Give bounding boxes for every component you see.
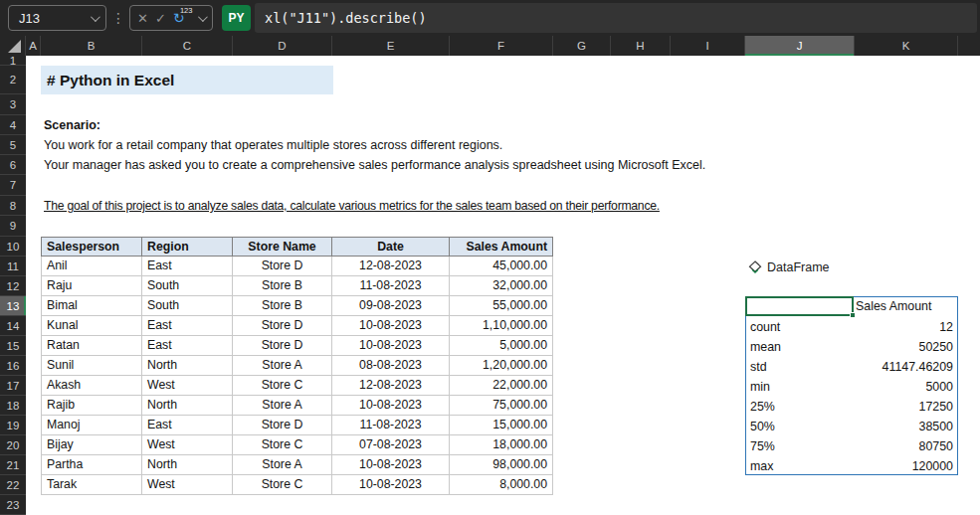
cell-region[interactable]: North	[142, 455, 233, 475]
cell-sales-amount[interactable]: 8,000.00	[450, 475, 553, 495]
cell-region[interactable]: East	[142, 336, 233, 356]
cell-salesperson[interactable]: Rajib	[41, 396, 142, 416]
row-header[interactable]: 6	[0, 155, 26, 175]
cell-store-name[interactable]: Store C	[233, 475, 332, 495]
cell-sales-amount[interactable]: 45,000.00	[450, 257, 553, 276]
stat-value-cell[interactable]: 41147.46209	[854, 357, 957, 377]
cell-date[interactable]: 08-08-2023	[332, 356, 450, 376]
row-header[interactable]: 19	[0, 416, 26, 435]
cell-region[interactable]: South	[142, 296, 233, 316]
row-header[interactable]: 3	[0, 94, 26, 115]
cell-salesperson[interactable]: Ratan	[41, 336, 142, 356]
cell-sales-amount[interactable]: 5,000.00	[450, 336, 553, 356]
row-header[interactable]: 1	[0, 56, 26, 66]
column-header-C[interactable]: C	[142, 36, 233, 56]
row-header[interactable]: 22	[0, 475, 26, 495]
row-header[interactable]: 8	[0, 196, 26, 216]
row-header[interactable]: 4	[0, 115, 26, 135]
row-header[interactable]: 21	[0, 455, 26, 475]
cell-store-name[interactable]: Store B	[233, 296, 332, 316]
row-header[interactable]: 16	[0, 356, 26, 376]
cell-date[interactable]: 11-08-2023	[332, 416, 450, 435]
enter-icon[interactable]: ✓	[155, 12, 166, 25]
column-header-I[interactable]: I	[671, 36, 745, 56]
cell-date[interactable]: 10-08-2023	[332, 475, 450, 495]
cell-date[interactable]: 12-08-2023	[332, 257, 450, 276]
cell-salesperson[interactable]: Sunil	[41, 356, 142, 376]
name-box[interactable]: J13	[8, 5, 106, 31]
stat-value-cell[interactable]: 38500	[854, 417, 957, 436]
cell-region[interactable]: North	[142, 356, 233, 376]
cell-store-name[interactable]: Store C	[233, 435, 332, 455]
sales-table-header-cell[interactable]: Store Name	[233, 237, 332, 257]
row-header[interactable]: 17	[0, 376, 26, 396]
row-header[interactable]: 15	[0, 336, 26, 356]
cell-salesperson[interactable]: Bijay	[41, 435, 142, 455]
cell-store-name[interactable]: Store A	[233, 396, 332, 416]
stat-value-cell[interactable]: 12	[854, 317, 957, 337]
chevron-down-icon[interactable]	[91, 12, 100, 22]
selected-cell-J13[interactable]	[745, 296, 854, 316]
row-header[interactable]: 2	[0, 66, 26, 94]
row-header[interactable]: 9	[0, 216, 26, 237]
cell-store-name[interactable]: Store D	[233, 257, 332, 276]
column-header-F[interactable]: F	[450, 36, 553, 56]
cell-region[interactable]: South	[142, 276, 233, 296]
sales-table-header-cell[interactable]: Date	[332, 237, 450, 257]
column-header-H[interactable]: H	[611, 36, 671, 56]
formula-input[interactable]: xl("J11").describe()	[255, 3, 977, 33]
cell-title-B2[interactable]: # Python in Excel	[41, 66, 333, 94]
sales-table-header-cell[interactable]: Sales Amount	[450, 237, 553, 257]
cell-region[interactable]: West	[142, 435, 233, 455]
cell-store-name[interactable]: Store A	[233, 455, 332, 475]
row-header[interactable]: 5	[0, 135, 26, 155]
cell-sales-amount[interactable]: 22,000.00	[450, 376, 553, 396]
stat-value-cell[interactable]: 80750	[854, 436, 957, 456]
cell-salesperson[interactable]: Akash	[41, 376, 142, 396]
cell-region[interactable]: North	[142, 396, 233, 416]
column-header-A[interactable]: A	[26, 36, 41, 56]
stat-value-cell[interactable]: 5000	[854, 377, 957, 397]
row-header[interactable]: 20	[0, 435, 26, 455]
cell-salesperson[interactable]: Kunal	[41, 316, 142, 336]
row-header[interactable]: 7	[0, 175, 26, 196]
fill-handle[interactable]	[850, 312, 856, 318]
cell-region[interactable]: West	[142, 475, 233, 495]
cell-sales-amount[interactable]: 1,10,000.00	[450, 316, 553, 336]
stat-name-cell[interactable]: max	[746, 456, 854, 476]
cell-salesperson[interactable]: Tarak	[41, 475, 142, 495]
cell-scenario-heading-B4[interactable]: Scenario:	[44, 115, 100, 135]
cell-scenario-line-B6[interactable]: Your manager has asked you to create a c…	[44, 155, 705, 175]
cell-date[interactable]: 10-08-2023	[332, 336, 450, 356]
cell-sales-amount[interactable]: 55,000.00	[450, 296, 553, 316]
describe-column-header[interactable]: Sales Amount	[854, 297, 957, 317]
cell-scenario-line-B5[interactable]: You work for a retail company that opera…	[44, 135, 502, 155]
cancel-icon[interactable]: ✕	[137, 12, 148, 25]
cell-date[interactable]: 07-08-2023	[332, 435, 450, 455]
cell-sales-amount[interactable]: 32,000.00	[450, 276, 553, 296]
row-header[interactable]: 10	[0, 237, 26, 257]
cell-region[interactable]: West	[142, 376, 233, 396]
row-header[interactable]: 18	[0, 396, 26, 416]
stat-name-cell[interactable]: 50%	[746, 417, 854, 436]
cell-store-name[interactable]: Store C	[233, 376, 332, 396]
sales-table-header-cell[interactable]: Region	[142, 237, 233, 257]
cell-sales-amount[interactable]: 98,000.00	[450, 455, 553, 475]
chevron-down-icon[interactable]	[198, 12, 208, 22]
cell-store-name[interactable]: Store A	[233, 356, 332, 376]
stat-name-cell[interactable]: mean	[746, 337, 854, 357]
stat-name-cell[interactable]: 25%	[746, 397, 854, 417]
column-header-E[interactable]: E	[332, 36, 450, 56]
more-options-icon[interactable]: ⋮	[111, 5, 125, 31]
row-header[interactable]: 14	[0, 316, 26, 336]
cell-sales-amount[interactable]: 18,000.00	[450, 435, 553, 455]
cell-date[interactable]: 10-08-2023	[332, 316, 450, 336]
select-all-corner[interactable]	[0, 36, 26, 56]
sales-table-header-cell[interactable]: Salesperson	[41, 237, 142, 257]
row-header[interactable]: 13	[0, 296, 26, 316]
stat-value-cell[interactable]: 120000	[854, 456, 957, 476]
cell-salesperson[interactable]: Raju	[41, 276, 142, 296]
cell-store-name[interactable]: Store D	[233, 416, 332, 435]
cell-date[interactable]: 10-08-2023	[332, 455, 450, 475]
stat-name-cell[interactable]: std	[746, 357, 854, 377]
